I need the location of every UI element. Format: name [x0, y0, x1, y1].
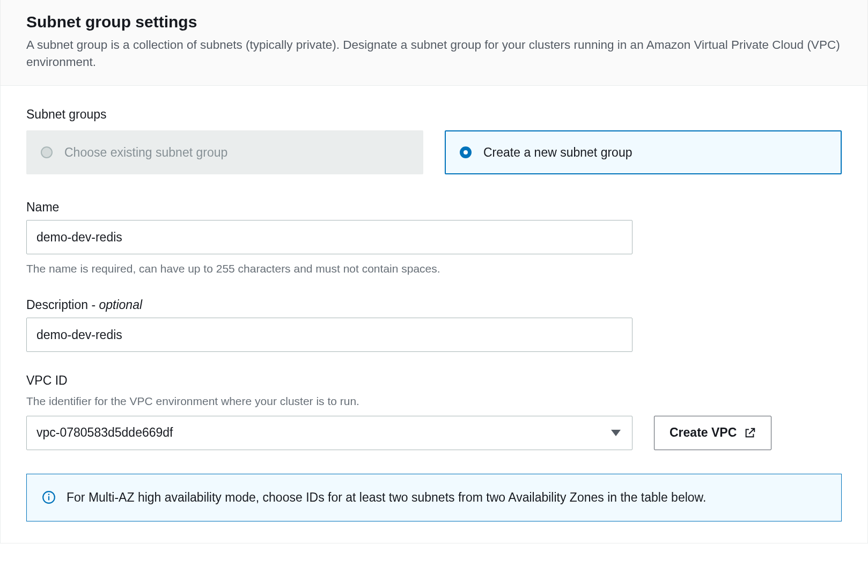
multi-az-info-box: For Multi-AZ high availability mode, cho…: [26, 474, 842, 522]
radio-icon: [41, 146, 53, 158]
vpc-id-hint: The identifier for the VPC environment w…: [26, 393, 842, 409]
vpc-id-label: VPC ID: [26, 373, 842, 388]
panel-subtitle: A subnet group is a collection of subnet…: [26, 36, 842, 70]
multi-az-info-text: For Multi-AZ high availability mode, cho…: [67, 488, 706, 508]
name-hint: The name is required, can have up to 255…: [26, 261, 842, 276]
create-vpc-button-label: Create VPC: [670, 425, 737, 440]
info-icon: [42, 490, 56, 504]
description-label-sep: -: [88, 298, 99, 312]
description-label: Description - optional: [26, 298, 842, 312]
vpc-select-wrap: vpc-0780583d5dde669df: [26, 416, 632, 450]
description-label-optional: optional: [99, 298, 143, 312]
description-field-group: Description - optional: [26, 298, 842, 352]
vpc-id-select[interactable]: vpc-0780583d5dde669df: [26, 416, 632, 450]
name-input[interactable]: [26, 220, 632, 254]
name-label: Name: [26, 200, 842, 215]
radio-icon: [460, 146, 472, 158]
vpc-row: vpc-0780583d5dde669df Create VPC: [26, 416, 842, 450]
radio-label: Create a new subnet group: [483, 145, 632, 160]
description-label-main: Description: [26, 298, 88, 312]
vpc-id-selected-value: vpc-0780583d5dde669df: [36, 425, 173, 440]
panel-title: Subnet group settings: [26, 13, 842, 31]
svg-point-3: [48, 494, 50, 495]
subnet-group-settings-panel: Subnet group settings A subnet group is …: [0, 0, 868, 543]
panel-body: Subnet groups Choose existing subnet gro…: [1, 86, 867, 543]
subnet-groups-radio-row: Choose existing subnet group Create a ne…: [26, 130, 842, 174]
radio-create-new-subnet-group[interactable]: Create a new subnet group: [445, 130, 842, 174]
subnet-groups-label: Subnet groups: [26, 107, 842, 122]
vpc-field-group: VPC ID The identifier for the VPC enviro…: [26, 373, 842, 450]
description-input[interactable]: [26, 318, 632, 352]
name-field-group: Name The name is required, can have up t…: [26, 200, 842, 276]
external-link-icon: [744, 427, 756, 439]
panel-header: Subnet group settings A subnet group is …: [1, 0, 867, 86]
radio-label: Choose existing subnet group: [64, 145, 227, 160]
create-vpc-button[interactable]: Create VPC: [654, 416, 771, 450]
radio-choose-existing-subnet-group: Choose existing subnet group: [26, 130, 423, 174]
